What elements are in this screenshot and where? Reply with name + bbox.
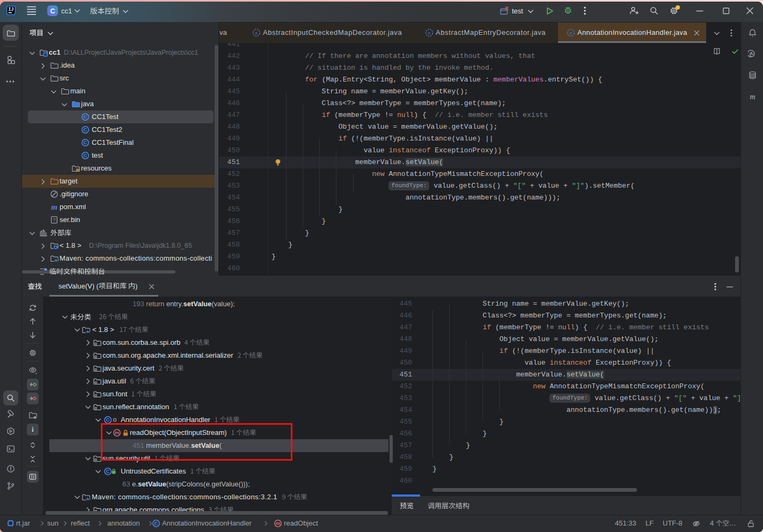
svg-text:IJ: IJ	[9, 7, 14, 12]
svg-text:C: C	[106, 468, 110, 474]
svg-text:C: C	[106, 417, 110, 423]
svg-text:C: C	[84, 152, 87, 158]
svg-text:c: c	[255, 31, 258, 35]
svg-text:i: i	[32, 426, 34, 433]
svg-text:m: m	[750, 93, 755, 101]
svg-text:C: C	[84, 139, 87, 145]
svg-text:m: m	[276, 520, 280, 526]
svg-text:m: m	[51, 203, 57, 211]
svg-text:C: C	[84, 114, 87, 120]
svg-text:c: c	[570, 31, 573, 35]
svg-text:C: C	[84, 127, 87, 132]
svg-text:C: C	[50, 8, 55, 15]
svg-text:?: ?	[53, 217, 56, 223]
svg-text:c: c	[428, 31, 431, 35]
svg-text:C: C	[155, 520, 158, 526]
